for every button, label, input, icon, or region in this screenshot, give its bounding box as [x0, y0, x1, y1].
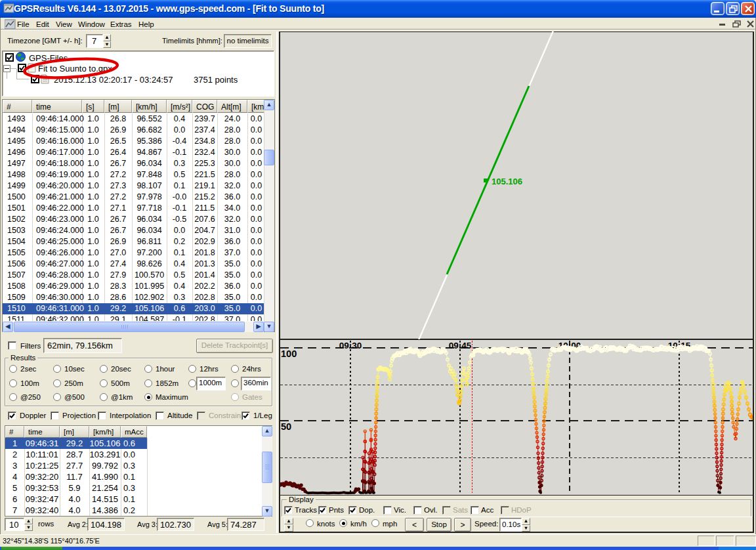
svg-text:105.106: 105.106	[492, 177, 522, 186]
svg-text:50: 50	[281, 421, 291, 432]
svg-text:09:45: 09:45	[449, 341, 472, 350]
svg-text:09:30: 09:30	[339, 341, 362, 350]
svg-text:100: 100	[281, 349, 297, 359]
